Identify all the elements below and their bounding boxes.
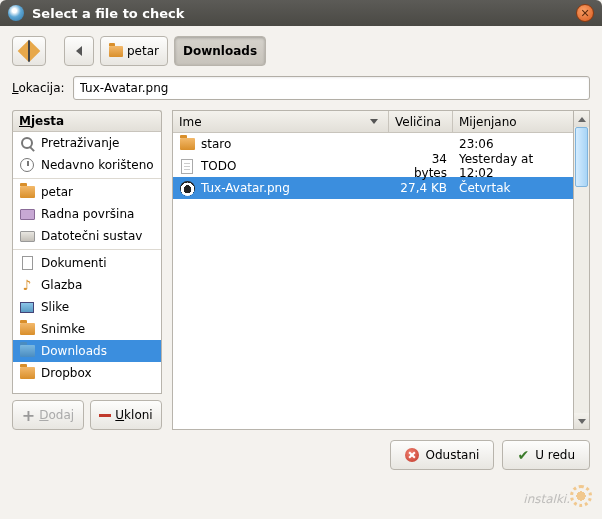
- desktop-icon: [19, 206, 35, 222]
- sidebar-item-pretraživanje[interactable]: Pretraživanje: [13, 132, 161, 154]
- scroll-up-button[interactable]: [574, 111, 589, 127]
- sort-arrow-icon: [370, 119, 378, 124]
- png-icon: [179, 180, 195, 196]
- toolbar: petar Downloads: [12, 36, 590, 66]
- app-icon: [8, 5, 24, 21]
- file-rows: staro23:06TODO34 bytesYesterday at 12:02…: [173, 133, 573, 429]
- folder-icon: [109, 46, 123, 57]
- scroll-track[interactable]: [574, 127, 589, 413]
- titlebar: Select a file to check ✕: [0, 0, 602, 26]
- places-header[interactable]: Mjesta: [12, 110, 162, 132]
- sidebar-item-label: Pretraživanje: [41, 136, 119, 150]
- file-row[interactable]: TODO34 bytesYesterday at 12:02: [173, 155, 573, 177]
- txt-icon: [179, 158, 195, 174]
- cancel-button[interactable]: Odustani: [390, 440, 494, 470]
- col-size[interactable]: Veličina: [389, 111, 453, 132]
- remove-place-button[interactable]: Ukloni: [90, 400, 162, 430]
- sidebar-item-snimke[interactable]: Snimke: [13, 318, 161, 340]
- gear-icon: [570, 485, 592, 507]
- dialog-buttons: Odustani ✔ U redu: [12, 440, 590, 470]
- chevron-up-icon: [578, 117, 586, 122]
- cancel-label: Odustani: [425, 448, 479, 462]
- sidebar-item-slike[interactable]: Slike: [13, 296, 161, 318]
- places-list: PretraživanjeNedavno korištenopetarRadna…: [12, 132, 162, 394]
- ok-button[interactable]: ✔ U redu: [502, 440, 590, 470]
- file-row[interactable]: Tux-Avatar.png27,4 KBČetvrtak: [173, 177, 573, 199]
- edit-path-button[interactable]: [12, 36, 46, 66]
- sidebar-item-label: Nedavno korišteno: [41, 158, 154, 172]
- sidebar-item-label: Glazba: [41, 278, 82, 292]
- folder-icon: [179, 136, 195, 152]
- sidebar-item-label: Downloads: [41, 344, 107, 358]
- drive-icon: [19, 228, 35, 244]
- sidebar-item-nedavno-korišteno[interactable]: Nedavno korišteno: [13, 154, 161, 176]
- sidebar-item-petar[interactable]: petar: [13, 181, 161, 203]
- music-icon: ♪: [19, 277, 35, 293]
- breadcrumb-current[interactable]: Downloads: [174, 36, 266, 66]
- chevron-left-icon: [76, 46, 82, 56]
- scrollbar[interactable]: [574, 110, 590, 430]
- cancel-icon: [405, 448, 419, 462]
- sidebar-item-glazba[interactable]: ♪Glazba: [13, 274, 161, 296]
- sidebar-item-label: Datotečni sustav: [41, 229, 142, 243]
- window-title: Select a file to check: [32, 6, 576, 21]
- chevron-down-icon: [578, 419, 586, 424]
- breadcrumb-parent[interactable]: petar: [100, 36, 168, 66]
- sidebar-item-datotečni-sustav[interactable]: Datotečni sustav: [13, 225, 161, 247]
- sidebar-item-label: Dropbox: [41, 366, 92, 380]
- close-button[interactable]: ✕: [576, 4, 594, 22]
- sidebar-item-label: Slike: [41, 300, 69, 314]
- search-icon: [19, 135, 35, 151]
- folder-icon: [19, 321, 35, 337]
- sidebar-item-label: Snimke: [41, 322, 85, 336]
- sidebar-item-dropbox[interactable]: Dropbox: [13, 362, 161, 384]
- ok-label: U redu: [535, 448, 575, 462]
- path-back-button[interactable]: [64, 36, 94, 66]
- watermark: instalki.: [523, 481, 592, 509]
- sidebar-item-label: Dokumenti: [41, 256, 106, 270]
- file-modified: 23:06: [453, 137, 573, 151]
- sidebar-item-radna-površina[interactable]: Radna površina: [13, 203, 161, 225]
- file-modified: Yesterday at 12:02: [453, 152, 573, 180]
- location-label: Lokacija:: [12, 81, 65, 95]
- sidebar-item-label: petar: [41, 185, 73, 199]
- ok-icon: ✔: [517, 447, 529, 463]
- col-name[interactable]: Ime: [173, 111, 389, 132]
- col-modified[interactable]: Mijenjano: [453, 111, 573, 132]
- pic-icon: [19, 299, 35, 315]
- dl-icon: [19, 343, 35, 359]
- location-row: Lokacija:: [12, 76, 590, 100]
- pencil-icon: [18, 40, 41, 63]
- folder-icon: [19, 365, 35, 381]
- minus-icon: [99, 414, 111, 417]
- sidebar-item-downloads[interactable]: Downloads: [13, 340, 161, 362]
- file-size: 27,4 KB: [389, 181, 453, 195]
- add-place-button[interactable]: + Dodaj: [12, 400, 84, 430]
- file-name: staro: [201, 137, 231, 151]
- sidebar-item-dokumenti[interactable]: Dokumenti: [13, 252, 161, 274]
- breadcrumb-current-label: Downloads: [183, 44, 257, 58]
- file-size: 34 bytes: [389, 152, 453, 180]
- file-header: Ime Veličina Mijenjano: [173, 111, 573, 133]
- file-name: TODO: [201, 159, 236, 173]
- breadcrumb-parent-label: petar: [127, 44, 159, 58]
- clock-icon: [19, 157, 35, 173]
- folder-icon: [19, 184, 35, 200]
- file-pane: Ime Veličina Mijenjano staro23:06TODO34 …: [172, 110, 590, 430]
- file-name: Tux-Avatar.png: [201, 181, 290, 195]
- scroll-down-button[interactable]: [574, 413, 589, 429]
- plus-icon: +: [22, 406, 35, 425]
- places-sidebar: Mjesta PretraživanjeNedavno korištenopet…: [12, 110, 162, 430]
- doc-icon: [19, 255, 35, 271]
- location-input[interactable]: [73, 76, 590, 100]
- scroll-thumb[interactable]: [575, 127, 588, 187]
- file-modified: Četvrtak: [453, 181, 573, 195]
- sidebar-item-label: Radna površina: [41, 207, 134, 221]
